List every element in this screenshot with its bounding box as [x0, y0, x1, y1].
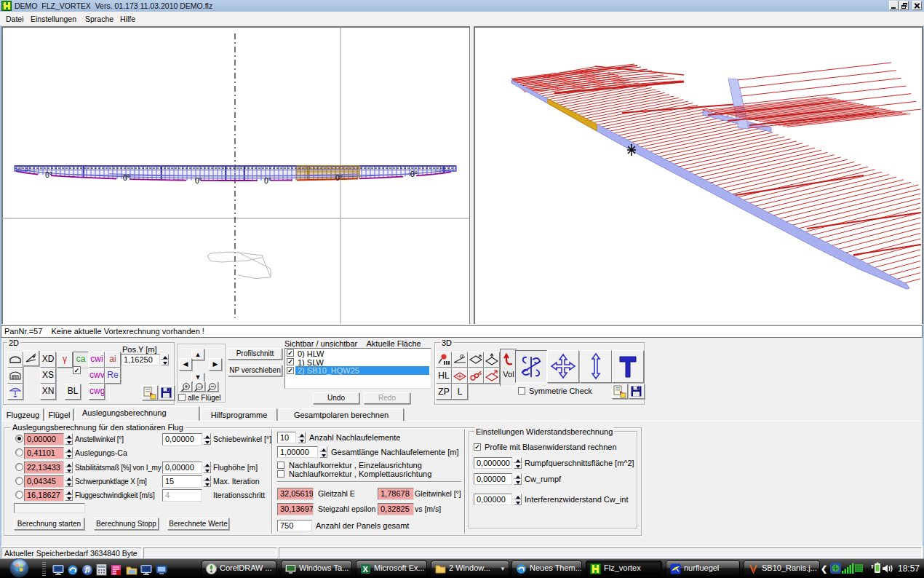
svg-text:0°: 0°: [195, 176, 202, 185]
svg-text:X: X: [363, 565, 369, 574]
svg-text:0°: 0°: [45, 170, 52, 179]
svg-text:0°: 0°: [264, 176, 271, 185]
svg-text:0°: 0°: [335, 173, 343, 182]
svg-text:0°: 0°: [410, 170, 418, 178]
svg-text:1:1: 1:1: [198, 385, 202, 389]
svg-text:0°: 0°: [123, 173, 130, 182]
svg-text:α: α: [460, 352, 464, 360]
